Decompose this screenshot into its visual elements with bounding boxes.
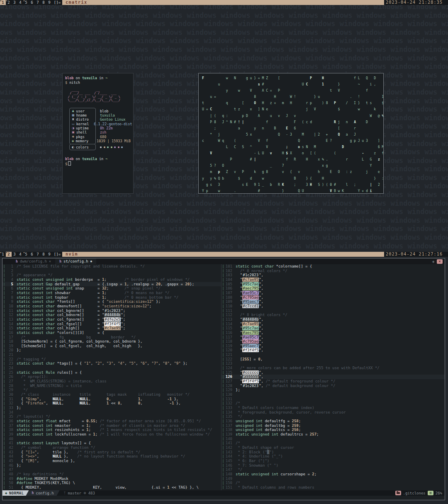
mode-segment: ◆NORMAL	[2, 490, 29, 496]
line-number: 139	[223, 432, 232, 437]
line-number: 41	[4, 441, 13, 446]
tag-3[interactable]: 3	[12, 0, 17, 5]
code-line: 141/*	[222, 441, 445, 446]
color-swatch: #c795ae	[242, 295, 259, 299]
kernel-icon: ▭	[72, 122, 75, 126]
line-number: 6	[4, 286, 13, 291]
tag-6[interactable]: 6	[29, 0, 35, 5]
line-number: 26	[4, 375, 13, 379]
tab-close-icon[interactable]: ×	[49, 259, 51, 263]
tag-3[interactable]: 3	[12, 252, 17, 257]
layout-symbol[interactable]: []=	[52, 252, 62, 257]
tag-8[interactable]: 8	[41, 252, 46, 257]
line-number: 102	[223, 269, 232, 273]
code-line: 143 * 2: Block ("█")	[222, 450, 445, 455]
focused-window-title[interactable]: nvim	[62, 252, 384, 257]
line-number: 108	[223, 295, 232, 300]
code-line: 144 * 4: Underline ("_")	[222, 454, 445, 459]
code-line: 150/*	[222, 481, 445, 485]
color-swatch: #44484b	[104, 313, 121, 317]
tag-7[interactable]: 7	[35, 0, 41, 5]
code-line: 127 "#f3f4f5", /* default foreground col…	[222, 379, 445, 384]
fetch-row-user: ♟userblob	[69, 109, 131, 113]
colors-label: colors	[76, 145, 89, 149]
tag-8[interactable]: 8	[41, 0, 46, 5]
matrix-rain: F w N g u } = M Z [ P H f L Q D u s # U …	[199, 73, 383, 194]
tag-2[interactable]: 2	[6, 252, 12, 257]
line-number: 114	[223, 322, 232, 326]
color-swatch: #cccccc	[242, 370, 259, 375]
code-line: 103 "#1c2023",	[222, 273, 445, 278]
tag-2[interactable]: 2	[6, 0, 12, 5]
code-line: 24	[2, 366, 221, 370]
focused-window-title[interactable]: cmatrix	[62, 0, 384, 5]
code-line: 146 * 7: Snowman (" ")	[222, 463, 445, 468]
tab-dwm-config[interactable]: h dwm/config.h ×	[12, 258, 55, 264]
code-line: 140	[222, 437, 445, 441]
tag-7[interactable]: 7	[35, 252, 41, 257]
nvim-window[interactable]: h dwm/config.h × h st/config.h ● ◉ × 1/*…	[2, 258, 445, 500]
scroll-progress: 26%	[436, 491, 442, 495]
buffer-indicator-icon[interactable]: ◉	[432, 260, 434, 263]
tag-9[interactable]: 9	[46, 252, 52, 257]
line-number: 103	[223, 273, 232, 278]
tag-1[interactable]: 1	[0, 252, 6, 257]
tag-6[interactable]: 6	[29, 252, 35, 257]
line-number: 22	[4, 357, 13, 362]
code-line: 13static const char col_fgnorm[] = "#dfe…	[2, 317, 221, 322]
code-line: 28 * WM_NAME(STRING) = title	[2, 384, 221, 388]
tag-5[interactable]: 5	[23, 252, 29, 257]
code-line: 15static const char col_high[] = "#c7ae9…	[2, 326, 221, 331]
window-close-button[interactable]: ×	[437, 259, 443, 264]
line-number: 2	[4, 269, 13, 273]
c-file-icon: h	[59, 260, 61, 263]
tag-4[interactable]: 4	[17, 0, 23, 5]
color-swatch: #1c2023	[104, 309, 121, 313]
code-line: 40	[2, 437, 221, 441]
color-swatch: #95aec7	[242, 299, 259, 304]
tag-1[interactable]: 1	[0, 0, 6, 5]
line-number: 142	[223, 446, 232, 450]
line-number: 118	[223, 339, 232, 344]
code-line: 128 "#1c2023", /* default background col…	[222, 384, 445, 388]
folder-chip	[395, 491, 401, 495]
code-pane-right[interactable]: 101static const char *colorname[] = {102…	[222, 264, 445, 490]
code-line: 137unsigned int defaultbg = 259;	[222, 424, 445, 428]
color-swatch: #95aec7	[242, 344, 259, 348]
code-line: 9static const char *fonts[] = { "scienti…	[2, 299, 221, 304]
line-number: 125	[223, 370, 232, 375]
command-line[interactable]	[2, 496, 445, 500]
code-line: 114 "#c7ae95",	[222, 322, 445, 326]
code-line: 115 "#95c7ae",	[222, 326, 445, 331]
layout-symbol[interactable]: []=	[52, 0, 62, 5]
line-number: 31	[4, 397, 13, 402]
line-number: 146	[223, 463, 232, 468]
code-line: 23static const char *tags[] = { "1", "2"…	[2, 361, 221, 366]
code-line: 125 "#cccccc",	[222, 370, 445, 375]
tag-4[interactable]: 4	[17, 252, 23, 257]
shell-icon: ▣	[72, 131, 75, 134]
fetch-row-shell: ▣shellzsh	[69, 130, 131, 134]
code-line: 135 */	[222, 414, 445, 419]
line-number: 109	[223, 299, 232, 304]
line-number: 123	[223, 361, 232, 366]
code-line: 22/* tagging */	[2, 357, 221, 362]
code-pane-left[interactable]: 1/* See LICENSE file for copyright and l…	[2, 264, 221, 490]
code-line: 119 "#95aec7",	[222, 344, 445, 348]
tab-st-config[interactable]: h st/config.h ●	[55, 258, 96, 264]
color-swatch: #c7ccd1	[242, 304, 259, 308]
cmatrix-terminal-window[interactable]: F w N g u } = M Z [ P H f L Q D u s # U …	[198, 73, 384, 194]
git-segment: ᛉmaster ⊕483	[60, 490, 95, 496]
dwm-bar-top: 123456789 []= cmatrix 2023-04-24 21:28:3…	[0, 0, 448, 5]
code-line: 107 "#ae95c7",	[222, 291, 445, 295]
status-clock: 2023-04-24 21:28:35	[384, 0, 448, 5]
tag-9[interactable]: 9	[46, 0, 52, 5]
line-number: 12	[4, 313, 13, 317]
tag-5[interactable]: 5	[23, 0, 29, 5]
color-swatch: #555555	[242, 375, 259, 379]
fetch-terminal-window[interactable]: blob on tuxuila in ~ $ nitch ____ __ / _…	[62, 73, 134, 194]
code-line: 46};	[2, 463, 221, 468]
line-number: 46	[4, 463, 13, 468]
memory-value: 1039 | 15933 MiB	[92, 139, 131, 143]
code-line: 108 "#c795ae",	[222, 295, 445, 300]
